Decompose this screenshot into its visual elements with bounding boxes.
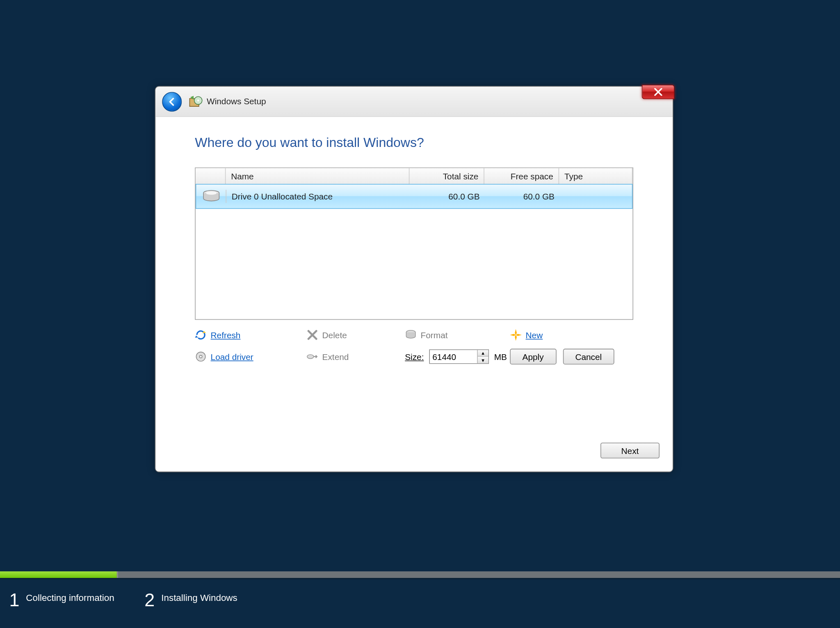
next-button[interactable]: Next xyxy=(600,442,660,458)
svg-point-2 xyxy=(197,99,199,101)
delete-link: Delete xyxy=(306,329,405,341)
setup-footer: 1 Collecting information 2 Installing Wi… xyxy=(0,571,840,628)
extend-label: Extend xyxy=(322,352,349,362)
size-spin-down[interactable]: ▼ xyxy=(478,357,488,363)
refresh-icon xyxy=(195,329,207,341)
svg-point-7 xyxy=(199,355,202,358)
apply-button[interactable]: Apply xyxy=(510,349,556,364)
drive-icon-cell xyxy=(196,190,226,203)
step-2-number: 2 xyxy=(144,591,155,610)
col-type-header[interactable]: Type xyxy=(559,168,632,184)
step-1-number: 1 xyxy=(9,591,19,610)
step-1-label: Collecting information xyxy=(26,591,114,603)
drive-row[interactable]: Drive 0 Unallocated Space 60.0 GB 60.0 G… xyxy=(196,184,633,209)
drive-total: 60.0 GB xyxy=(410,191,485,201)
extend-icon xyxy=(306,351,318,362)
delete-icon xyxy=(306,329,318,341)
apply-cancel-group: Apply Cancel xyxy=(510,349,633,364)
cancel-button[interactable]: Cancel xyxy=(563,349,614,364)
step-2-label: Installing Windows xyxy=(161,591,237,603)
footer-step-2: 2 Installing Windows xyxy=(144,591,237,610)
svg-point-8 xyxy=(307,355,314,359)
drive-name: Drive 0 Unallocated Space xyxy=(226,191,410,201)
refresh-link[interactable]: Refresh xyxy=(195,329,306,341)
footer-steps: 1 Collecting information 2 Installing Wi… xyxy=(0,579,840,621)
size-label: Size: xyxy=(405,352,424,362)
new-label: New xyxy=(526,330,543,340)
footer-step-1: 1 Collecting information xyxy=(9,591,114,610)
drive-actions: Refresh Delete Format New Load driver xyxy=(195,329,633,364)
progress-fill xyxy=(0,571,118,578)
setup-disc-icon xyxy=(188,94,203,109)
back-arrow-icon xyxy=(167,96,177,107)
progress-track xyxy=(0,571,840,578)
size-input-wrap: ▲ ▼ xyxy=(429,349,489,364)
col-total-header[interactable]: Total size xyxy=(409,168,484,184)
size-spinner: ▲ ▼ xyxy=(477,350,488,363)
format-label: Format xyxy=(421,330,448,340)
extend-link: Extend xyxy=(306,349,405,364)
back-button[interactable] xyxy=(162,92,182,111)
size-input[interactable] xyxy=(430,350,477,363)
load-driver-icon xyxy=(195,351,207,362)
size-unit: MB xyxy=(494,352,507,362)
close-button[interactable] xyxy=(642,85,675,99)
new-star-icon xyxy=(510,329,522,341)
new-link[interactable]: New xyxy=(510,329,633,341)
load-driver-label: Load driver xyxy=(211,352,253,362)
drive-free: 60.0 GB xyxy=(485,191,559,201)
refresh-label: Refresh xyxy=(211,330,241,340)
close-icon xyxy=(654,88,663,96)
load-driver-link[interactable]: Load driver xyxy=(195,349,306,364)
col-free-header[interactable]: Free space xyxy=(484,168,559,184)
size-controls: Size: ▲ ▼ MB xyxy=(405,349,510,364)
col-name-header[interactable]: Name xyxy=(226,168,409,184)
format-link: Format xyxy=(405,329,510,341)
svg-point-4 xyxy=(206,191,217,195)
titlebar: Windows Setup xyxy=(155,87,673,117)
window-title: Windows Setup xyxy=(207,96,266,106)
table-header: Name Total size Free space Type xyxy=(196,168,633,184)
page-heading: Where do you want to install Windows? xyxy=(195,135,633,151)
col-icon-header[interactable] xyxy=(196,168,226,184)
setup-dialog: Windows Setup Where do you want to insta… xyxy=(155,86,673,472)
format-icon xyxy=(405,329,417,341)
delete-label: Delete xyxy=(322,330,347,340)
dialog-content: Where do you want to install Windows? Na… xyxy=(155,117,673,364)
hard-drive-icon xyxy=(202,190,220,203)
size-spin-up[interactable]: ▲ xyxy=(478,350,488,357)
drive-table: Name Total size Free space Type Drive 0 … xyxy=(195,167,633,320)
